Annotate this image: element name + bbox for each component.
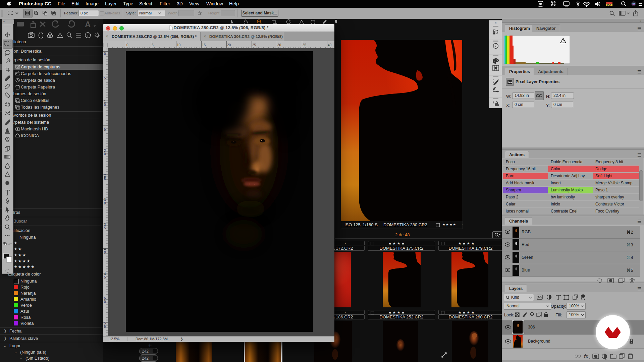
svg-text:35: 35 — [303, 43, 307, 47]
svg-text:0: 0 — [104, 251, 106, 254]
svg-text:0: 0 — [104, 300, 106, 304]
svg-text:5: 5 — [104, 226, 106, 230]
svg-text:40: 40 — [328, 43, 332, 47]
svg-text:5: 5 — [104, 128, 106, 131]
svg-text:0: 0 — [104, 52, 106, 56]
svg-text:25: 25 — [252, 43, 256, 47]
svg-text:0: 0 — [104, 152, 106, 156]
svg-text:5: 5 — [104, 177, 106, 181]
svg-text:A: A — [85, 20, 91, 29]
svg-text:ISO: ISO — [607, 4, 611, 6]
svg-text:0: 0 — [104, 201, 106, 205]
svg-text:0: 0 — [126, 43, 128, 47]
svg-text:5: 5 — [152, 43, 154, 47]
svg-text:20: 20 — [227, 43, 231, 47]
svg-text:15: 15 — [202, 43, 206, 47]
svg-text:5: 5 — [104, 325, 106, 328]
svg-text:5: 5 — [104, 76, 106, 80]
svg-text:30: 30 — [277, 43, 281, 47]
svg-text:0: 0 — [104, 103, 106, 107]
svg-text:5: 5 — [104, 276, 106, 279]
svg-text:fx: fx — [584, 354, 589, 359]
svg-text:10: 10 — [177, 43, 181, 47]
